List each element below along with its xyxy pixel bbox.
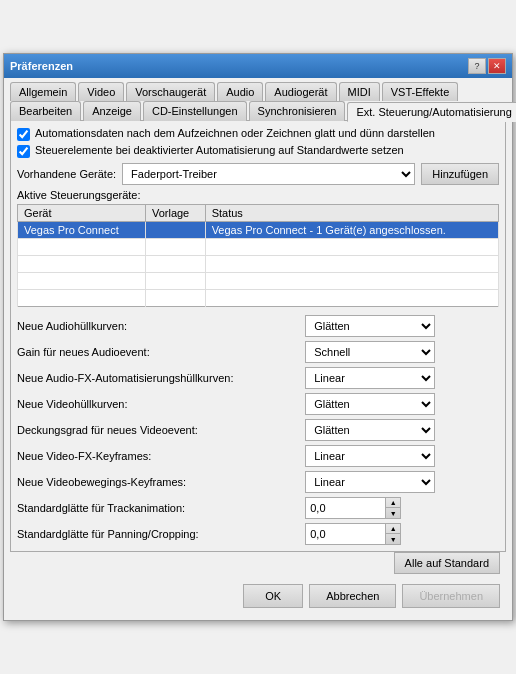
window-title: Präferenzen	[10, 60, 73, 72]
cb-steuerelemente-label: Steuerelemente bei deaktivierter Automat…	[35, 144, 404, 156]
main-content: Allgemein Video Vorschaugerät Audio Audi…	[4, 78, 512, 620]
checkbox-row-1: Automationsdaten nach dem Aufzeichnen od…	[17, 127, 499, 141]
tab-midi[interactable]: MIDI	[339, 82, 380, 101]
preferences-window: Präferenzen ? ✕ Allgemein Video Vorschau…	[3, 53, 513, 621]
checkbox-row-2: Steuerelemente bei deaktivierter Automat…	[17, 144, 499, 158]
cell-vorlage	[145, 222, 205, 239]
cell-status: Vegas Pro Connect - 1 Gerät(e) angeschlo…	[205, 222, 498, 239]
setting-select-4[interactable]: GlättenLinearSchnell	[305, 419, 435, 441]
setting-select-6[interactable]: LinearGlättenSchnell	[305, 471, 435, 493]
close-button[interactable]: ✕	[488, 58, 506, 74]
setting-label-4: Deckungsgrad für neues Videoevent:	[17, 424, 297, 436]
spin-up-8[interactable]: ▲	[386, 524, 400, 534]
empty-cell-11	[145, 290, 205, 307]
cb-steuerelemente[interactable]	[17, 145, 30, 158]
tab-allgemein[interactable]: Allgemein	[10, 82, 76, 101]
spin-btns-8: ▲ ▼	[385, 523, 401, 545]
title-bar-buttons: ? ✕	[468, 58, 506, 74]
setting-label-5: Neue Video-FX-Keyframes:	[17, 450, 297, 462]
table-header: Gerät Vorlage Status	[18, 205, 499, 222]
table-empty-row-2	[18, 256, 499, 273]
setting-label-0: Neue Audiohüllkurven:	[17, 320, 297, 332]
setting-select-2[interactable]: LinearGlättenSchnell	[305, 367, 435, 389]
setting-select-1[interactable]: SchnellLinearGlätten	[305, 341, 435, 363]
cb-automationsdaten-label: Automationsdaten nach dem Aufzeichnen od…	[35, 127, 435, 139]
setting-label-6: Neue Videobewegings-Keyframes:	[17, 476, 297, 488]
empty-cell-12	[205, 290, 498, 307]
spin-down-7[interactable]: ▼	[386, 508, 400, 518]
table-empty-row-3	[18, 273, 499, 290]
tab-anzeige[interactable]: Anzeige	[83, 101, 141, 121]
ok-button[interactable]: OK	[243, 584, 303, 608]
tab-row-1: Allgemein Video Vorschaugerät Audio Audi…	[10, 82, 506, 101]
setting-label-1: Gain für neues Audioevent:	[17, 346, 297, 358]
spinbox-7: ▲ ▼	[305, 497, 499, 519]
empty-cell-7	[18, 273, 146, 290]
tab-video[interactable]: Video	[78, 82, 124, 101]
title-bar: Präferenzen ? ✕	[4, 54, 512, 78]
empty-cell-8	[145, 273, 205, 290]
bottom-bar: OK Abbrechen Übernehmen	[10, 578, 506, 614]
setting-label-2: Neue Audio-FX-Automatisierungshüllkurven…	[17, 372, 297, 384]
tab-audio[interactable]: Audio	[217, 82, 263, 101]
cell-geraet: Vegas Pro Connect	[18, 222, 146, 239]
empty-cell-4	[18, 256, 146, 273]
spin-up-7[interactable]: ▲	[386, 498, 400, 508]
tab-audiogeraet[interactable]: Audiogerät	[265, 82, 336, 101]
empty-cell-5	[145, 256, 205, 273]
settings-grid: Neue Audiohüllkurven: GlättenLinearSchne…	[17, 315, 499, 545]
tab-row-2: Bearbeiten Anzeige CD-Einstellungen Sync…	[10, 101, 506, 121]
table-body: Vegas Pro Connect Vegas Pro Connect - 1 …	[18, 222, 499, 307]
table-row[interactable]: Vegas Pro Connect Vegas Pro Connect - 1 …	[18, 222, 499, 239]
col-geraet: Gerät	[18, 205, 146, 222]
alle-auf-standard-button[interactable]: Alle auf Standard	[394, 552, 500, 574]
tab-vst-effekte[interactable]: VST-Effekte	[382, 82, 459, 101]
hinzufuegen-button[interactable]: Hinzufügen	[421, 163, 499, 185]
empty-cell-3	[205, 239, 498, 256]
setting-select-0[interactable]: GlättenLinearSchnell	[305, 315, 435, 337]
aktive-label: Aktive Steuerungsgeräte:	[17, 189, 499, 201]
setting-label-8: Standardglätte für Panning/Cropping:	[17, 528, 297, 540]
tab-vorschaugeraet[interactable]: Vorschaugerät	[126, 82, 215, 101]
panel: Automationsdaten nach dem Aufzeichnen od…	[10, 120, 506, 552]
empty-cell-6	[205, 256, 498, 273]
setting-label-7: Standardglätte für Trackanimation:	[17, 502, 297, 514]
fader-row: Vorhandene Geräte: Faderport-Treiber Hin…	[17, 163, 499, 185]
standard-btn-row: Alle auf Standard	[10, 552, 506, 578]
table-empty-row-4	[18, 290, 499, 307]
spin-down-8[interactable]: ▼	[386, 534, 400, 544]
fader-select[interactable]: Faderport-Treiber	[122, 163, 415, 185]
tab-bearbeiten[interactable]: Bearbeiten	[10, 101, 81, 121]
setting-select-3[interactable]: GlättenLinearSchnell	[305, 393, 435, 415]
setting-select-5[interactable]: LinearGlättenSchnell	[305, 445, 435, 467]
tab-synchronisieren[interactable]: Synchronisieren	[249, 101, 346, 121]
col-status: Status	[205, 205, 498, 222]
empty-cell-9	[205, 273, 498, 290]
apply-button[interactable]: Übernehmen	[402, 584, 500, 608]
spin-btns-7: ▲ ▼	[385, 497, 401, 519]
empty-cell-2	[145, 239, 205, 256]
spinbox-input-8[interactable]	[305, 523, 385, 545]
devices-table: Gerät Vorlage Status Vegas Pro Connect V…	[17, 204, 499, 307]
table-empty-row-1	[18, 239, 499, 256]
empty-cell-1	[18, 239, 146, 256]
table-header-row: Gerät Vorlage Status	[18, 205, 499, 222]
setting-label-3: Neue Videohüllkurven:	[17, 398, 297, 410]
tab-cd-einstellungen[interactable]: CD-Einstellungen	[143, 101, 247, 121]
help-button[interactable]: ?	[468, 58, 486, 74]
tab-ext-steuerung[interactable]: Ext. Steuerung/Automatisierung	[347, 102, 516, 122]
cb-automationsdaten[interactable]	[17, 128, 30, 141]
cancel-button[interactable]: Abbrechen	[309, 584, 396, 608]
fader-label: Vorhandene Geräte:	[17, 168, 116, 180]
spinbox-input-7[interactable]	[305, 497, 385, 519]
empty-cell-10	[18, 290, 146, 307]
spinbox-8: ▲ ▼	[305, 523, 499, 545]
col-vorlage: Vorlage	[145, 205, 205, 222]
